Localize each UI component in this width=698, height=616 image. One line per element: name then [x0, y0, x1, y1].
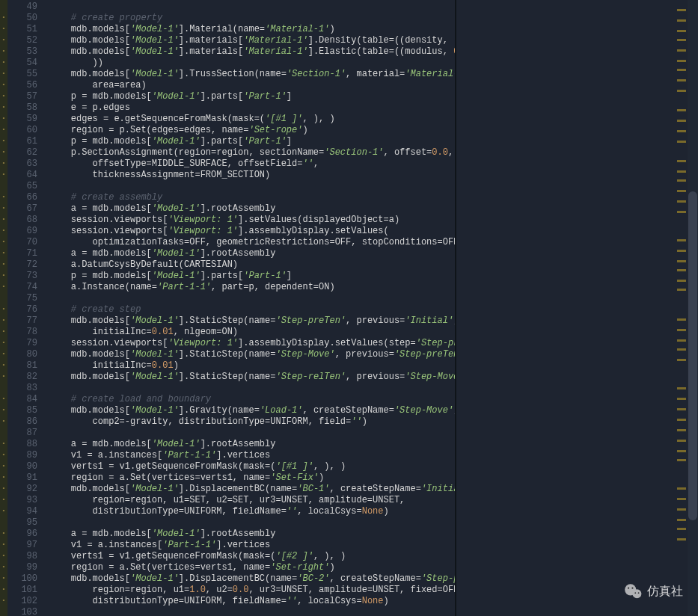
overview-mark[interactable] — [677, 239, 686, 241]
line-number[interactable]: 86 — [7, 416, 37, 428]
overview-mark[interactable] — [677, 329, 686, 331]
line-number[interactable]: 75 — [7, 293, 37, 304]
line-number[interactable]: 73 — [7, 271, 37, 282]
line-number[interactable]: 69 — [7, 226, 37, 237]
overview-mark[interactable] — [677, 130, 686, 132]
line-number[interactable]: 79 — [7, 338, 37, 349]
line-number[interactable]: 91 — [7, 472, 37, 484]
line-number[interactable]: 90 — [7, 461, 37, 472]
line-number[interactable]: 70 — [7, 237, 37, 248]
line-number[interactable]: 52 — [7, 35, 37, 46]
line-number[interactable]: 92 — [7, 484, 37, 495]
overview-mark[interactable] — [677, 519, 686, 521]
overview-mark[interactable] — [677, 19, 686, 22]
overview-mark[interactable] — [677, 318, 686, 321]
line-number[interactable]: 74 — [7, 282, 37, 293]
overview-mark[interactable] — [677, 69, 686, 71]
overview-mark[interactable] — [677, 109, 686, 111]
overview-mark[interactable] — [677, 269, 686, 271]
overview-mark[interactable] — [677, 538, 686, 540]
overview-mark[interactable] — [677, 528, 686, 530]
overview-mark[interactable] — [677, 398, 686, 400]
line-number[interactable]: 65 — [7, 181, 37, 192]
line-number[interactable]: 59 — [7, 114, 37, 125]
line-number[interactable]: 94 — [7, 506, 37, 517]
line-number[interactable]: 66 — [7, 192, 37, 203]
overview-mark[interactable] — [677, 280, 686, 282]
line-number[interactable]: 78 — [7, 327, 37, 338]
line-number[interactable]: 54 — [7, 58, 37, 69]
overview-mark[interactable] — [677, 289, 686, 291]
overview-mark[interactable] — [677, 250, 686, 252]
line-number-gutter[interactable]: 4950515253545556575859606162636465666768… — [7, 0, 43, 616]
overview-mark[interactable] — [677, 200, 686, 203]
overview-mark[interactable] — [677, 39, 686, 41]
overview-mark[interactable] — [677, 348, 686, 351]
line-number[interactable]: 87 — [7, 428, 37, 439]
overview-mark[interactable] — [677, 79, 686, 81]
overview-mark[interactable] — [677, 170, 686, 173]
overview-mark[interactable] — [677, 260, 686, 262]
line-number[interactable]: 51 — [7, 24, 37, 35]
line-number[interactable]: 49 — [7, 1, 37, 13]
line-number[interactable]: 77 — [7, 315, 37, 327]
overview-mark[interactable] — [677, 387, 686, 389]
overview-mark[interactable] — [677, 498, 686, 500]
line-number[interactable]: 60 — [7, 125, 37, 136]
line-number[interactable]: 68 — [7, 215, 37, 226]
overview-mark[interactable] — [677, 508, 686, 511]
line-number[interactable]: 89 — [7, 450, 37, 461]
line-number[interactable]: 82 — [7, 372, 37, 383]
line-number[interactable]: 56 — [7, 80, 37, 91]
line-number[interactable]: 83 — [7, 383, 37, 394]
overview-mark[interactable] — [677, 120, 686, 122]
overview-mark[interactable] — [677, 90, 686, 92]
scrollbar-thumb[interactable] — [688, 191, 697, 520]
line-number[interactable]: 58 — [7, 102, 37, 114]
line-number[interactable]: 102 — [7, 596, 37, 607]
overview-mark[interactable] — [677, 440, 686, 442]
line-number[interactable]: 72 — [7, 259, 37, 271]
overview-mark[interactable] — [677, 339, 686, 342]
overview-mark[interactable] — [677, 429, 686, 431]
breakpoint-column[interactable]: ••••••••••••••••••••••••••••••••••••••••… — [0, 0, 7, 616]
minimap[interactable] — [456, 0, 675, 616]
vertical-scrollbar[interactable] — [688, 0, 698, 616]
line-number[interactable]: 67 — [7, 203, 37, 215]
line-number[interactable]: 93 — [7, 495, 37, 506]
overview-mark[interactable] — [677, 419, 686, 421]
line-number[interactable]: 50 — [7, 13, 37, 24]
line-number[interactable]: 95 — [7, 517, 37, 529]
line-number[interactable]: 53 — [7, 46, 37, 58]
line-number[interactable]: 96 — [7, 529, 37, 540]
line-number[interactable]: 80 — [7, 349, 37, 360]
line-number[interactable]: 63 — [7, 158, 37, 170]
line-number[interactable]: 57 — [7, 91, 37, 102]
overview-mark[interactable] — [677, 190, 686, 192]
line-number[interactable]: 101 — [7, 585, 37, 596]
line-number[interactable]: 84 — [7, 394, 37, 405]
overview-mark[interactable] — [677, 211, 686, 213]
overview-mark[interactable] — [677, 450, 686, 452]
overview-mark[interactable] — [677, 459, 686, 461]
overview-mark[interactable] — [677, 487, 686, 490]
line-number[interactable]: 71 — [7, 248, 37, 259]
line-number[interactable]: 64 — [7, 170, 37, 181]
overview-mark[interactable] — [677, 359, 686, 361]
overview-mark[interactable] — [677, 408, 686, 410]
overview-mark[interactable] — [677, 160, 686, 162]
line-number[interactable]: 100 — [7, 573, 37, 585]
line-number[interactable]: 85 — [7, 405, 37, 416]
line-number[interactable]: 97 — [7, 540, 37, 551]
overview-mark[interactable] — [677, 141, 686, 143]
line-number[interactable]: 61 — [7, 136, 37, 147]
overview-mark[interactable] — [677, 60, 686, 62]
line-number[interactable]: 88 — [7, 439, 37, 450]
overview-mark[interactable] — [677, 9, 686, 11]
overview-ruler[interactable] — [676, 0, 688, 616]
overview-mark[interactable] — [677, 49, 686, 52]
line-number[interactable]: 98 — [7, 551, 37, 562]
line-number[interactable]: 76 — [7, 304, 37, 315]
overview-mark[interactable] — [677, 30, 686, 32]
line-number[interactable]: 62 — [7, 147, 37, 158]
